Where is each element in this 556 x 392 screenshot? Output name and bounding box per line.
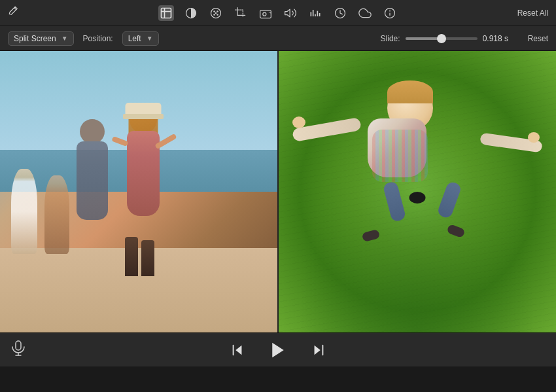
reset-button[interactable]: Reset <box>528 34 548 43</box>
overlay-icon[interactable] <box>357 5 373 21</box>
svg-point-12 <box>263 12 266 16</box>
top-toolbar: Reset All <box>0 0 556 26</box>
svg-marker-27 <box>272 342 284 357</box>
couple-figure <box>69 99 174 276</box>
figure-bg1 <box>11 169 37 254</box>
palette-icon[interactable] <box>208 5 224 21</box>
play-button[interactable] <box>266 338 290 362</box>
slide-value: 0.918 s <box>483 34 519 43</box>
wand-icon[interactable] <box>8 5 20 20</box>
position-dropdown[interactable]: Left ▼ <box>122 31 159 46</box>
svg-point-6 <box>217 10 218 12</box>
svg-rect-22 <box>16 341 21 350</box>
effect-label: Split Screen <box>14 34 56 43</box>
audio-icon[interactable] <box>283 5 298 21</box>
reset-all-button[interactable]: Reset All <box>517 9 548 18</box>
slider-thumb[interactable] <box>437 34 446 43</box>
playback-controls <box>228 338 328 362</box>
skip-back-button[interactable] <box>228 341 247 359</box>
slide-label: Slide: <box>381 34 400 43</box>
bottom-bar <box>0 332 556 366</box>
microphone-icon[interactable] <box>12 340 25 359</box>
bars-icon[interactable] <box>307 5 323 21</box>
speed-icon[interactable] <box>332 5 348 21</box>
position-label: Position: <box>83 34 113 43</box>
video-divider <box>277 51 279 332</box>
toolbar-icons <box>158 5 398 21</box>
svg-marker-25 <box>235 345 241 355</box>
slide-slider[interactable] <box>406 37 478 40</box>
crop-box-icon[interactable] <box>233 5 249 21</box>
controls-row: Split Screen ▼ Position: Left ▼ Slide: 0… <box>0 26 556 51</box>
camera-icon[interactable] <box>258 5 273 21</box>
grass-scene <box>279 51 556 332</box>
svg-rect-10 <box>260 10 271 18</box>
svg-point-9 <box>215 12 217 14</box>
video-panel-left <box>0 51 277 332</box>
effect-dropdown-arrow: ▼ <box>61 35 68 42</box>
crop-icon[interactable] <box>158 5 174 21</box>
svg-marker-28 <box>315 345 321 355</box>
effect-dropdown[interactable]: Split Screen ▼ <box>8 31 74 46</box>
svg-point-7 <box>213 14 215 16</box>
figure-bg2 <box>44 175 69 254</box>
slide-section: Slide: 0.918 s <box>381 34 519 43</box>
position-dropdown-arrow: ▼ <box>147 35 153 42</box>
beach-scene <box>0 51 277 332</box>
svg-rect-0 <box>162 8 171 18</box>
child-figure <box>292 73 542 298</box>
position-value: Left <box>128 34 141 43</box>
svg-point-5 <box>213 10 215 12</box>
info-icon[interactable] <box>382 5 398 21</box>
skip-forward-button[interactable] <box>309 341 328 359</box>
color-correction-icon[interactable] <box>183 5 199 21</box>
svg-point-8 <box>217 14 218 16</box>
video-panel-right <box>279 51 556 332</box>
video-area <box>0 51 556 332</box>
